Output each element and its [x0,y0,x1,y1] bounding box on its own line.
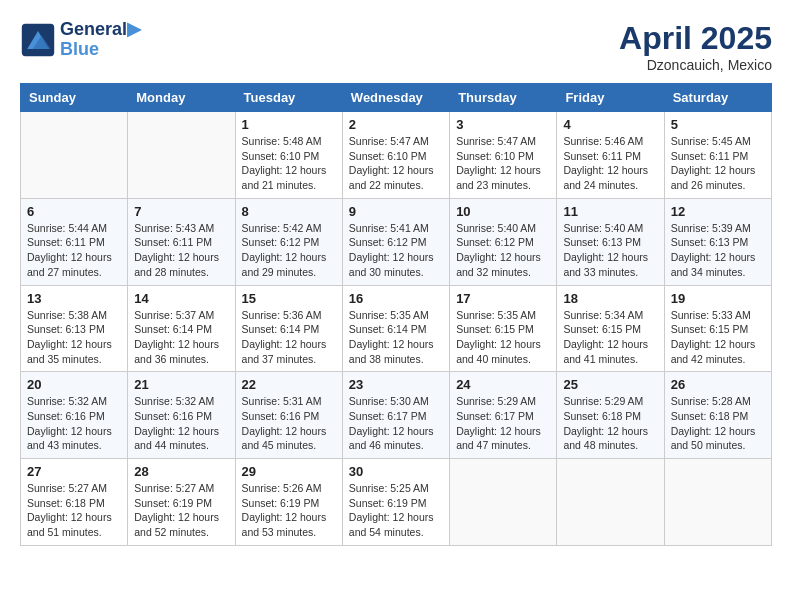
day-number: 9 [349,204,443,219]
calendar-week-row: 6Sunrise: 5:44 AMSunset: 6:11 PMDaylight… [21,198,772,285]
location: Dzoncauich, Mexico [619,57,772,73]
calendar-cell: 25Sunrise: 5:29 AMSunset: 6:18 PMDayligh… [557,372,664,459]
day-info: Sunrise: 5:46 AMSunset: 6:11 PMDaylight:… [563,134,657,193]
day-number: 26 [671,377,765,392]
day-info: Sunrise: 5:29 AMSunset: 6:18 PMDaylight:… [563,394,657,453]
day-info: Sunrise: 5:43 AMSunset: 6:11 PMDaylight:… [134,221,228,280]
calendar-cell [664,459,771,546]
month-title: April 2025 [619,20,772,57]
day-info: Sunrise: 5:47 AMSunset: 6:10 PMDaylight:… [456,134,550,193]
day-number: 24 [456,377,550,392]
day-number: 10 [456,204,550,219]
day-number: 29 [242,464,336,479]
day-info: Sunrise: 5:40 AMSunset: 6:12 PMDaylight:… [456,221,550,280]
day-info: Sunrise: 5:32 AMSunset: 6:16 PMDaylight:… [134,394,228,453]
day-info: Sunrise: 5:38 AMSunset: 6:13 PMDaylight:… [27,308,121,367]
calendar-cell: 9Sunrise: 5:41 AMSunset: 6:12 PMDaylight… [342,198,449,285]
calendar-cell: 2Sunrise: 5:47 AMSunset: 6:10 PMDaylight… [342,112,449,199]
calendar-cell [557,459,664,546]
logo-icon [20,22,56,58]
calendar-cell: 7Sunrise: 5:43 AMSunset: 6:11 PMDaylight… [128,198,235,285]
day-info: Sunrise: 5:47 AMSunset: 6:10 PMDaylight:… [349,134,443,193]
calendar-cell: 15Sunrise: 5:36 AMSunset: 6:14 PMDayligh… [235,285,342,372]
day-info: Sunrise: 5:29 AMSunset: 6:17 PMDaylight:… [456,394,550,453]
day-info: Sunrise: 5:48 AMSunset: 6:10 PMDaylight:… [242,134,336,193]
calendar-cell: 3Sunrise: 5:47 AMSunset: 6:10 PMDaylight… [450,112,557,199]
calendar-cell: 8Sunrise: 5:42 AMSunset: 6:12 PMDaylight… [235,198,342,285]
day-number: 19 [671,291,765,306]
calendar-cell [21,112,128,199]
calendar-cell: 18Sunrise: 5:34 AMSunset: 6:15 PMDayligh… [557,285,664,372]
day-number: 30 [349,464,443,479]
day-info: Sunrise: 5:27 AMSunset: 6:19 PMDaylight:… [134,481,228,540]
day-number: 21 [134,377,228,392]
calendar-cell: 13Sunrise: 5:38 AMSunset: 6:13 PMDayligh… [21,285,128,372]
day-number: 18 [563,291,657,306]
day-number: 4 [563,117,657,132]
day-number: 27 [27,464,121,479]
page-header: General▶ Blue April 2025 Dzoncauich, Mex… [20,20,772,73]
calendar-cell: 27Sunrise: 5:27 AMSunset: 6:18 PMDayligh… [21,459,128,546]
day-info: Sunrise: 5:25 AMSunset: 6:19 PMDaylight:… [349,481,443,540]
calendar-cell: 6Sunrise: 5:44 AMSunset: 6:11 PMDaylight… [21,198,128,285]
day-info: Sunrise: 5:32 AMSunset: 6:16 PMDaylight:… [27,394,121,453]
calendar-cell: 4Sunrise: 5:46 AMSunset: 6:11 PMDaylight… [557,112,664,199]
calendar-cell: 16Sunrise: 5:35 AMSunset: 6:14 PMDayligh… [342,285,449,372]
day-number: 25 [563,377,657,392]
day-info: Sunrise: 5:33 AMSunset: 6:15 PMDaylight:… [671,308,765,367]
day-info: Sunrise: 5:28 AMSunset: 6:18 PMDaylight:… [671,394,765,453]
day-number: 3 [456,117,550,132]
day-info: Sunrise: 5:35 AMSunset: 6:14 PMDaylight:… [349,308,443,367]
weekday-header: Thursday [450,84,557,112]
day-info: Sunrise: 5:34 AMSunset: 6:15 PMDaylight:… [563,308,657,367]
calendar-cell: 23Sunrise: 5:30 AMSunset: 6:17 PMDayligh… [342,372,449,459]
day-info: Sunrise: 5:35 AMSunset: 6:15 PMDaylight:… [456,308,550,367]
day-number: 15 [242,291,336,306]
calendar-cell: 21Sunrise: 5:32 AMSunset: 6:16 PMDayligh… [128,372,235,459]
day-number: 6 [27,204,121,219]
logo-text: General▶ Blue [60,20,141,60]
weekday-header: Saturday [664,84,771,112]
calendar-cell: 29Sunrise: 5:26 AMSunset: 6:19 PMDayligh… [235,459,342,546]
day-info: Sunrise: 5:39 AMSunset: 6:13 PMDaylight:… [671,221,765,280]
calendar-cell: 17Sunrise: 5:35 AMSunset: 6:15 PMDayligh… [450,285,557,372]
calendar-cell: 26Sunrise: 5:28 AMSunset: 6:18 PMDayligh… [664,372,771,459]
day-number: 7 [134,204,228,219]
day-number: 14 [134,291,228,306]
day-number: 1 [242,117,336,132]
day-info: Sunrise: 5:42 AMSunset: 6:12 PMDaylight:… [242,221,336,280]
calendar-cell [128,112,235,199]
day-number: 23 [349,377,443,392]
weekday-header: Sunday [21,84,128,112]
calendar-week-row: 27Sunrise: 5:27 AMSunset: 6:18 PMDayligh… [21,459,772,546]
day-info: Sunrise: 5:41 AMSunset: 6:12 PMDaylight:… [349,221,443,280]
day-number: 11 [563,204,657,219]
calendar-cell: 28Sunrise: 5:27 AMSunset: 6:19 PMDayligh… [128,459,235,546]
calendar-week-row: 13Sunrise: 5:38 AMSunset: 6:13 PMDayligh… [21,285,772,372]
calendar-cell: 30Sunrise: 5:25 AMSunset: 6:19 PMDayligh… [342,459,449,546]
day-number: 13 [27,291,121,306]
day-info: Sunrise: 5:27 AMSunset: 6:18 PMDaylight:… [27,481,121,540]
day-number: 22 [242,377,336,392]
day-info: Sunrise: 5:26 AMSunset: 6:19 PMDaylight:… [242,481,336,540]
calendar-week-row: 1Sunrise: 5:48 AMSunset: 6:10 PMDaylight… [21,112,772,199]
calendar-table: SundayMondayTuesdayWednesdayThursdayFrid… [20,83,772,546]
day-number: 28 [134,464,228,479]
day-number: 5 [671,117,765,132]
day-info: Sunrise: 5:45 AMSunset: 6:11 PMDaylight:… [671,134,765,193]
calendar-cell: 12Sunrise: 5:39 AMSunset: 6:13 PMDayligh… [664,198,771,285]
title-area: April 2025 Dzoncauich, Mexico [619,20,772,73]
logo: General▶ Blue [20,20,141,60]
day-number: 2 [349,117,443,132]
day-info: Sunrise: 5:30 AMSunset: 6:17 PMDaylight:… [349,394,443,453]
weekday-header: Wednesday [342,84,449,112]
day-info: Sunrise: 5:40 AMSunset: 6:13 PMDaylight:… [563,221,657,280]
calendar-cell: 5Sunrise: 5:45 AMSunset: 6:11 PMDaylight… [664,112,771,199]
day-number: 12 [671,204,765,219]
day-number: 20 [27,377,121,392]
weekday-header: Friday [557,84,664,112]
calendar-cell: 22Sunrise: 5:31 AMSunset: 6:16 PMDayligh… [235,372,342,459]
day-info: Sunrise: 5:36 AMSunset: 6:14 PMDaylight:… [242,308,336,367]
weekday-header: Monday [128,84,235,112]
calendar-week-row: 20Sunrise: 5:32 AMSunset: 6:16 PMDayligh… [21,372,772,459]
